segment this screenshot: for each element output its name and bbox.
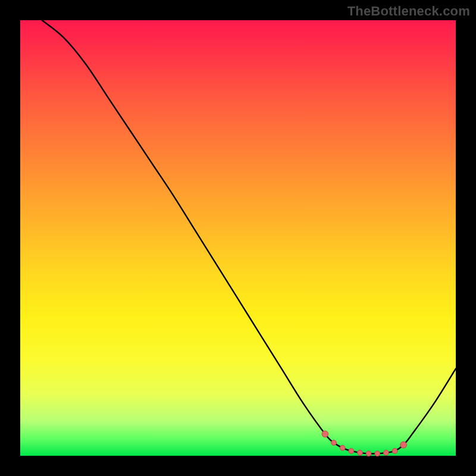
trough-marker <box>358 450 363 455</box>
trough-marker <box>366 451 371 456</box>
trough-marker <box>375 451 380 456</box>
trough-markers <box>322 431 407 456</box>
chart-svg <box>20 20 456 456</box>
chart-frame: TheBottleneck.com <box>0 0 476 476</box>
trough-marker <box>349 449 354 454</box>
trough-marker <box>392 449 397 454</box>
trough-marker <box>383 450 389 455</box>
watermark-text: TheBottleneck.com <box>347 4 470 19</box>
trough-marker <box>340 445 345 450</box>
plot-area <box>20 20 456 456</box>
trough-marker <box>400 441 407 448</box>
bottleneck-curve <box>42 20 456 454</box>
trough-marker <box>331 440 337 446</box>
trough-marker <box>322 431 328 437</box>
